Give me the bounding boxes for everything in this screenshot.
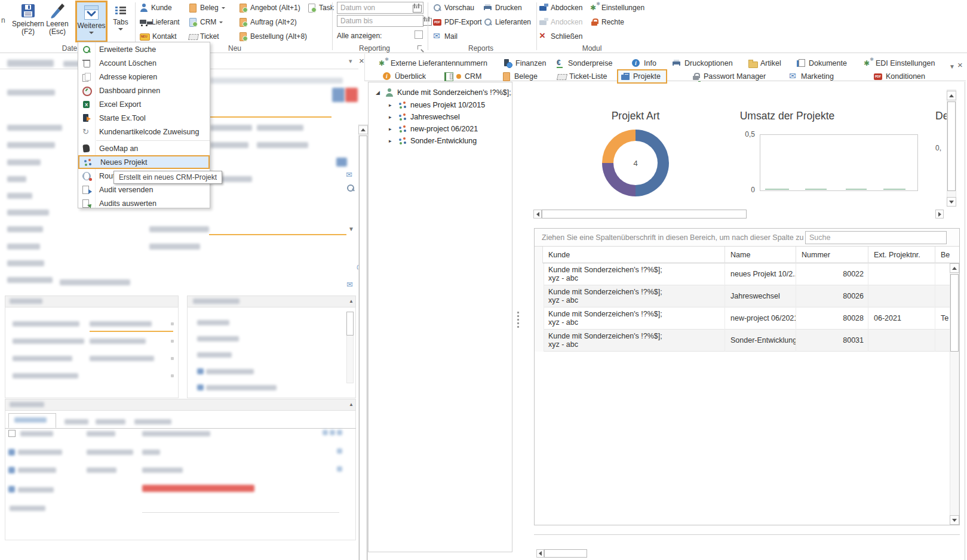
module-tab-crm[interactable]: CRM — [444, 70, 481, 82]
column-header-be[interactable]: Be — [935, 247, 959, 263]
envelope-icon[interactable]: ✉ — [346, 171, 352, 179]
sub-panel-header[interactable] — [5, 399, 356, 411]
lieferanten-button[interactable]: Lieferanten — [484, 16, 531, 28]
field-button[interactable] — [171, 357, 174, 360]
abdocken-button[interactable]: Abdocken — [539, 2, 582, 14]
module-tab-projekte[interactable]: Projekte — [617, 69, 667, 84]
scroll-left-button[interactable] — [536, 549, 544, 558]
dialog-launcher-icon[interactable] — [418, 45, 424, 52]
tree-root-item[interactable]: ◢ Kunde mit Sonderzeichen's !?%$];, x... — [376, 87, 512, 98]
tree-collapsed-icon[interactable]: ▸ — [389, 126, 395, 132]
collapse-icon[interactable]: ▲ — [349, 299, 354, 304]
tree-item-jahreswechsel[interactable]: ▸Jahreswechsel — [389, 112, 460, 122]
bestellung-button[interactable]: Bestellung (Alt+8) — [239, 30, 307, 42]
magnifier-icon[interactable] — [346, 184, 355, 192]
chevron-down-icon[interactable]: ▼ — [949, 63, 955, 70]
scrollbar-thumb[interactable] — [950, 274, 959, 352]
field-button[interactable] — [171, 322, 174, 325]
tree-item-neues-projekt-10-2015[interactable]: ▸neues Projekt 10/2015 — [389, 100, 485, 110]
column-header-ext-projektnr[interactable]: Ext. Projektnr. — [868, 247, 935, 263]
scroll-right-button[interactable] — [935, 210, 944, 219]
module-tab-druckoptionen[interactable]: Druckoptionen — [673, 57, 733, 69]
auftrag-button[interactable]: Auftrag (Alt+2) — [239, 16, 297, 28]
menu-item-audits-auswerten[interactable]: Audits auswerten — [78, 196, 210, 210]
tree-collapsed-icon[interactable]: ▸ — [389, 114, 395, 120]
scrollbar-thumb[interactable] — [359, 136, 367, 560]
scrollbar-thumb[interactable] — [346, 312, 354, 336]
menu-item-geomap-an[interactable]: GeoMap an — [78, 141, 210, 155]
scroll-left-button[interactable] — [533, 210, 542, 219]
menu-item-starte-ex-tool[interactable]: Starte Ex.Tool — [78, 111, 210, 125]
module-tab-finanzen[interactable]: Finanzen — [504, 57, 546, 69]
module-tab-konditionen[interactable]: Konditionen — [874, 70, 925, 82]
scrollbar-thumb[interactable] — [947, 101, 956, 191]
scrollbar-thumb[interactable] — [542, 210, 747, 219]
tree-collapsed-icon[interactable]: ▸ — [389, 138, 395, 144]
mail-button[interactable]: Mail — [433, 30, 458, 42]
calendar-icon[interactable] — [413, 4, 421, 12]
module-tab-ticket-liste[interactable]: Ticket-Liste — [557, 70, 607, 82]
menu-item-adresse-kopieren[interactable]: Adresse kopieren — [78, 70, 210, 84]
menu-item-kundenartikelcode-zuweisung[interactable]: Kundenartikelcode Zuweisung — [78, 125, 210, 139]
tree-item-sonder-entwicklung[interactable]: ▸Sonder-Entwicklung — [389, 136, 477, 146]
crm-button[interactable]: CRM — [189, 16, 223, 28]
schliessen-button[interactable]: Schließen — [539, 30, 582, 42]
ticket-button[interactable]: Ticket — [189, 30, 219, 42]
module-tab-sonderpreise[interactable]: Sonderpreise — [556, 57, 612, 69]
group-by-bar[interactable]: Ziehen Sie eine Spaltenüberschrift in di… — [535, 229, 959, 247]
form-checkbox[interactable] — [8, 430, 16, 437]
tree-collapsed-icon[interactable]: ▸ — [389, 102, 395, 108]
einstellungen-button[interactable]: Einstellungen — [590, 2, 644, 14]
field-button[interactable] — [171, 340, 174, 343]
menu-item-excel-export[interactable]: Excel Export — [78, 97, 210, 111]
rechte-button[interactable]: Rechte — [590, 16, 624, 28]
scroll-up-button[interactable] — [950, 263, 959, 273]
table-row[interactable]: Kunde mit Sonderzeichen's !?%$];xyz - ab… — [535, 263, 959, 285]
menu-item-dashboard-pinnen[interactable]: Dashboard pinnen — [78, 84, 210, 97]
tree-expanded-icon[interactable]: ◢ — [376, 90, 382, 96]
weiteres-button[interactable]: Weiteres — [75, 1, 108, 42]
pdf-export-button[interactable]: PDF-Export — [433, 16, 482, 28]
chevron-down-icon[interactable]: ▼ — [348, 226, 354, 232]
field-button[interactable] — [171, 374, 174, 377]
module-tab-externe-lieferantennummern[interactable]: Externe Lieferantennummern — [379, 57, 487, 69]
envelope-icon[interactable]: ✉ — [346, 281, 353, 288]
menu-item-account-l-schen[interactable]: Account Löschen — [78, 56, 210, 70]
tree-item-new-project-06-2021[interactable]: ▸new-project 06/2021 — [389, 124, 478, 134]
scroll-up-button[interactable] — [947, 91, 956, 100]
module-tab-belege[interactable]: Belege — [502, 70, 538, 82]
menu-item-erweiterte-suche[interactable]: Erweiterte Suche — [78, 42, 210, 56]
close-tabs-icon[interactable]: × — [957, 60, 963, 70]
table-row[interactable]: Kunde mit Sonderzeichen's !?%$];xyz - ab… — [535, 307, 959, 330]
scroll-down-button[interactable] — [947, 197, 956, 207]
task-button[interactable]: Task — [308, 2, 334, 14]
vorschau-button[interactable]: Vorschau — [433, 2, 474, 14]
alle-anzeigen-checkbox[interactable] — [415, 30, 423, 39]
datum-von-input[interactable] — [337, 2, 423, 14]
datum-bis-input[interactable] — [337, 15, 423, 27]
close-panel-icon[interactable]: × — [359, 56, 364, 66]
pin-icon[interactable]: ▾ — [349, 57, 352, 65]
search-input[interactable] — [805, 231, 947, 244]
kontakt-button[interactable]: Kontakt — [140, 30, 177, 42]
panel-splitter-handle[interactable] — [517, 312, 520, 336]
column-header-name[interactable]: Name — [725, 247, 796, 263]
menu-item-neues-projekt[interactable]: Neues Projekt — [78, 155, 210, 169]
module-tab-überblick[interactable]: Überblick — [383, 70, 426, 82]
lieferant-button[interactable]: Lieferant — [140, 16, 180, 28]
save-button[interactable]: Speichern (F2) — [11, 1, 45, 42]
drucken-button[interactable]: Drucken — [484, 2, 522, 14]
module-tab-artikel[interactable]: Artikel — [748, 57, 781, 69]
scrollbar-thumb[interactable] — [544, 549, 587, 558]
module-tab-marketing[interactable]: Marketing — [789, 70, 834, 82]
angebot-button[interactable]: Angebot (Alt+1) — [239, 2, 300, 14]
beleg-button[interactable]: Beleg — [189, 2, 225, 14]
tabs-button[interactable]: Tabs — [108, 1, 134, 42]
column-header-nummer[interactable]: Nummer — [796, 247, 868, 263]
scroll-up-button[interactable] — [358, 125, 368, 134]
column-header-kunde[interactable]: Kunde — [543, 247, 725, 263]
clear-button[interactable]: Leeren (Esc) — [43, 1, 72, 42]
module-tab-passwort-manager[interactable]: Passwort Manager — [692, 70, 766, 82]
menu-item-audit-versenden[interactable]: Audit versenden — [78, 183, 210, 196]
module-tab-info[interactable]: Info — [632, 57, 656, 69]
